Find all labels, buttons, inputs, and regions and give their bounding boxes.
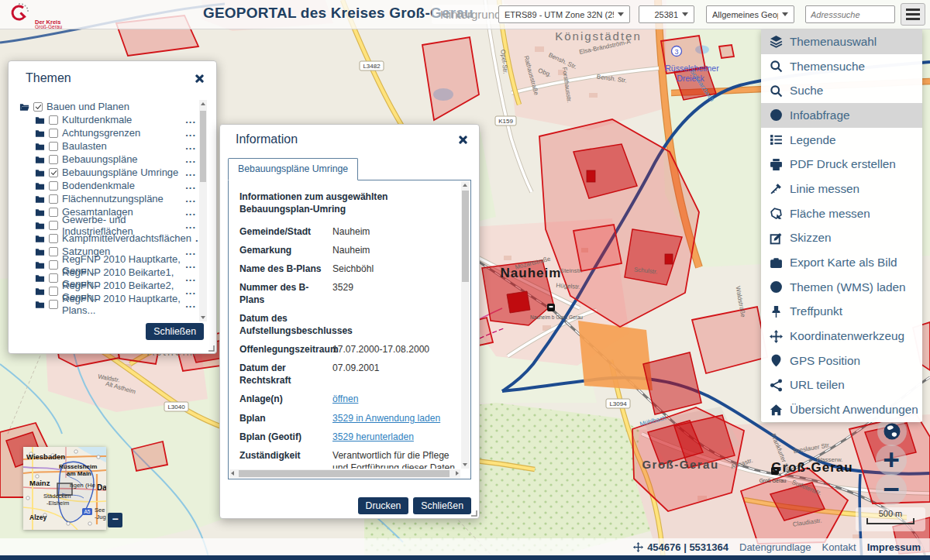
scroll-thumb[interactable] [200,111,206,182]
more-button[interactable]: ... [185,206,198,218]
more-button[interactable]: ... [185,246,198,257]
tree-item[interactable]: Flächennutzungspläne... [19,192,198,205]
more-button[interactable]: ... [185,285,198,297]
checkbox[interactable] [49,260,58,270]
tree-item[interactable]: Achtungsgrenzen... [19,126,198,139]
checkbox[interactable] [49,287,58,296]
resize-handle[interactable] [470,510,477,517]
checkbox[interactable] [49,115,58,125]
menu-item-wms-laden[interactable]: Themen (WMS) laden [761,275,922,300]
link-kontakt[interactable]: Kontakt [822,541,856,553]
scroll-thumb[interactable] [239,470,450,477]
menu-item-treffpunkt[interactable]: Treffpunkt [761,300,922,325]
close-panel-button[interactable]: Schließen [146,323,204,340]
address-search-input[interactable] [805,5,895,23]
close-dialog-button[interactable]: Schließen [413,497,471,514]
checkbox[interactable] [49,221,58,230]
more-button[interactable]: ... [185,193,198,204]
tab-bebauungsplaene-umringe[interactable]: Bebauungspläne Umringe [228,158,358,180]
scale-select[interactable]: 25381 [639,5,694,23]
more-button[interactable]: ... [185,140,198,152]
scroll-left-icon[interactable] [229,469,237,478]
menu-item-suche[interactable]: Suche [761,78,922,103]
zoom-in-button[interactable]: + [876,445,907,476]
menu-item-koordinatenwerkzeug[interactable]: Koordinatenwerkzeug [761,324,922,349]
tree-item[interactable]: Gewerbe- und Industrieflächen... [19,218,198,232]
bplan-link[interactable]: 3529 in Anwendung laden [332,413,440,425]
more-button[interactable]: ... [185,167,198,178]
more-button[interactable]: ... [185,153,198,165]
more-button[interactable]: ... [185,272,198,283]
more-button[interactable]: ... [185,259,198,270]
scale-line [866,518,914,524]
menu-item-uebersicht-anwendungen[interactable]: Übersicht Anwendungen [761,397,922,422]
checkbox[interactable] [49,181,58,191]
checkbox[interactable] [49,129,58,138]
attachment-link[interactable]: öffnen [332,393,358,406]
scroll-thumb[interactable] [462,191,469,282]
vertical-scrollbar[interactable] [461,181,470,469]
menu-item-flaeche-messen[interactable]: Fläche messen [761,201,922,226]
tree-item[interactable]: Bodendenkmale... [19,179,198,192]
tree-item[interactable]: Bebauungspläne... [19,153,198,166]
print-button[interactable]: Drucken [358,497,409,514]
tree-item[interactable]: Kampfmittelverdachtsflächen... [19,232,198,245]
tree-item[interactable]: RegFNP 2010 Hauptkarte, Plans...... [19,297,198,311]
folder-icon [35,129,45,138]
more-button[interactable]: ... [185,219,198,231]
portal-select[interactable]: Allgemeines Geoportal [706,5,794,23]
checkbox[interactable] [49,168,58,177]
checkbox[interactable] [49,142,58,151]
checkbox[interactable] [49,208,58,217]
more-button[interactable]: ... [185,298,198,310]
checkbox[interactable] [33,102,43,112]
overview-collapse-button[interactable]: − [108,513,122,527]
tree-item[interactable]: Kulturdenkmale... [19,113,198,126]
checkbox[interactable] [49,300,58,309]
link-datengrundlage[interactable]: Datengrundlage [739,541,811,553]
checkbox[interactable] [49,155,58,164]
tree-item[interactable]: Bebauungspläne Umringe... [19,166,198,179]
menu-item-gps-position[interactable]: GPS Position [761,349,922,373]
tree-item-root[interactable]: Bauen und Planen [19,100,198,113]
scrollbar[interactable] [199,100,207,321]
checkbox[interactable] [49,234,58,243]
scroll-down-icon[interactable] [461,461,470,469]
coordinates-display: 454676 | 5531364 [633,541,728,553]
link-impressum[interactable]: Impressum [867,541,921,553]
tree-item[interactable]: Baulasten... [19,139,198,153]
scroll-up-icon[interactable] [199,100,207,108]
menu-item-linie-messen[interactable]: Linie messen [761,177,922,201]
geotif-link[interactable]: 3529 herunterladen [332,431,414,444]
more-button[interactable]: ... [185,127,198,139]
checkbox[interactable] [49,194,58,204]
scroll-right-icon[interactable] [453,469,460,478]
menu-item-url-teilen[interactable]: URL teilen [761,373,922,398]
tools-menu: Themenauswahl Themensuche Suche Infoabfr… [761,29,922,422]
crs-select[interactable]: ETRS89 - UTM Zone 32N (25832) [498,5,630,23]
scroll-down-icon[interactable] [199,314,207,321]
folder-icon [35,260,45,270]
menu-item-themensuche[interactable]: Themensuche [761,54,922,79]
menu-item-pdf-druck[interactable]: PDF Druck erstellen [761,152,922,177]
menu-item-skizzen[interactable]: Skizzen [761,226,922,251]
more-button[interactable]: ... [185,114,198,125]
more-button[interactable]: ... [185,180,198,191]
menu-item-export-karte[interactable]: Export Karte als Bild [761,250,922,275]
svg-text:L3040: L3040 [167,404,185,411]
close-icon[interactable] [194,74,204,84]
checkbox[interactable] [49,247,58,256]
zoom-out-button[interactable]: − [876,474,907,505]
dialog-title: Information [236,132,298,146]
menu-item-infoabfrage[interactable]: Infoabfrage [761,103,922,128]
resize-handle[interactable] [208,345,215,352]
menu-item-themenauswahl[interactable]: Themenauswahl [761,29,922,54]
close-icon[interactable] [457,135,467,145]
logo-text-2: Groß-Gerau [35,25,62,29]
scroll-up-icon[interactable] [461,181,470,189]
checkbox[interactable] [49,273,58,283]
horizontal-scrollbar[interactable] [229,469,460,478]
menu-toggle-button[interactable] [901,3,925,26]
overview-map[interactable]: A5 Wiesbaden Rüsselsheim am Main Mainz n… [23,447,106,530]
menu-item-legende[interactable]: Legende [761,128,922,153]
